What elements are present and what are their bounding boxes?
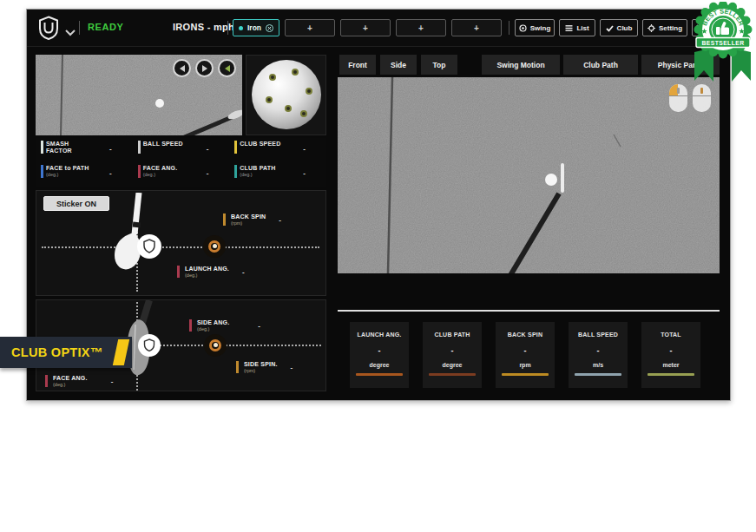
separator: [227, 21, 228, 35]
play-triangle-icon: [202, 65, 207, 72]
metric-label: CLUB SPEED: [240, 141, 280, 148]
metric-value: -: [303, 169, 306, 177]
metric-unit: (deg.): [240, 172, 275, 177]
card-underline: [356, 373, 403, 376]
metric-unit: (deg.): [185, 273, 229, 278]
swing-record-icon: [519, 24, 527, 32]
view-tab-top[interactable]: Top: [421, 55, 457, 75]
top-bar: READY IRONS - mph - yard Iron + + + +: [27, 10, 730, 47]
separator: [509, 21, 509, 35]
prev-triangle-icon: [180, 65, 185, 72]
main-camera-view: [338, 77, 720, 273]
metric-color-tick: [234, 141, 237, 154]
close-tab-icon[interactable]: [266, 24, 273, 32]
metric-value: -: [109, 169, 112, 177]
mode-tab-label: Club Path: [583, 61, 618, 69]
metric-color-tick: [41, 165, 43, 178]
card-unit: rpm: [519, 362, 530, 368]
metric-label: FACE ANG.: [143, 165, 178, 172]
add-club-tab-button[interactable]: +: [396, 19, 446, 36]
badge-banner-text: BESTSELLER: [702, 40, 745, 46]
metric-unit: (rpm): [231, 220, 266, 226]
prev-frame-button[interactable]: [173, 59, 191, 77]
plus-icon: +: [363, 23, 368, 33]
metric-value: -: [207, 169, 209, 177]
setting-button[interactable]: Setting: [642, 19, 687, 36]
list-button[interactable]: List: [559, 19, 595, 36]
metric-unit: (deg.): [197, 326, 229, 332]
view-tab-front[interactable]: Front: [339, 55, 376, 75]
metric-label: FACE to PATH: [46, 165, 89, 172]
club-side-view-panel: Sticker ON BACK SPIN(rpm) - LAUNCH ANG.(…: [36, 190, 326, 296]
card-underline: [502, 373, 549, 376]
metric-value: -: [242, 268, 245, 278]
metric-value: -: [207, 145, 209, 153]
result-card-total: TOTAL - meter: [641, 322, 700, 388]
metric-label: BACK SPIN: [231, 213, 266, 220]
mode-tab-swing-motion[interactable]: Swing Motion: [482, 55, 560, 75]
card-unit: degree: [443, 362, 463, 368]
mouse-left-click-icon: [669, 84, 687, 112]
metric-club-path: CLUB PATH(deg.) -: [229, 162, 326, 187]
metric-value: -: [111, 378, 114, 387]
card-value: -: [670, 346, 673, 355]
play-button[interactable]: [195, 59, 214, 77]
result-card-back-spin: BACK SPIN - rpm: [496, 322, 555, 388]
chevron-down-icon[interactable]: [65, 24, 76, 40]
metric-label: FACTOR: [46, 148, 72, 154]
metric-value: -: [303, 145, 306, 153]
card-label: BALL SPEED: [578, 332, 618, 338]
screenshot-stage: READY IRONS - mph - yard Iron + + + +: [0, 0, 756, 532]
swing-button[interactable]: Swing: [515, 19, 555, 36]
metric-color-tick: [236, 361, 239, 373]
metric-label: LAUNCH ANG.: [185, 266, 229, 273]
metric-value: -: [109, 145, 112, 153]
metric-color-tick: [234, 165, 237, 178]
metric-label: FACE ANG.: [53, 375, 88, 382]
card-underline: [429, 373, 476, 376]
uneekor-shield-logo-icon: [37, 16, 60, 43]
separator: [79, 21, 80, 35]
card-label: LAUNCH ANG.: [358, 332, 402, 338]
metric-color-tick: [41, 141, 43, 154]
setting-gear-icon: [648, 24, 655, 32]
golf-ball-image: [252, 60, 321, 129]
add-club-tab-button[interactable]: +: [285, 19, 335, 36]
metric-color-tick: [45, 375, 48, 387]
card-unit: degree: [370, 362, 390, 368]
club-side-silhouette: [99, 193, 179, 295]
club-button[interactable]: Club: [600, 19, 638, 36]
metric-label: CLUB PATH: [240, 165, 275, 172]
metric-side-spin: SIDE SPIN.(rpm) -: [236, 361, 293, 373]
card-value: -: [597, 346, 600, 355]
metric-color-tick: [138, 165, 141, 178]
card-label: BACK SPIN: [508, 332, 542, 338]
metric-launch-angle: LAUNCH ANG.(deg.) -: [177, 266, 245, 278]
view-tab-side[interactable]: Side: [380, 55, 417, 75]
metric-face-to-path: FACE to PATH(deg.) -: [36, 162, 133, 187]
replay-button[interactable]: [218, 59, 236, 77]
result-cards-row: LAUNCH ANG. - degree CLUB PATH - degree …: [350, 322, 702, 390]
list-button-label: List: [576, 24, 588, 32]
mode-tab-club-path[interactable]: Club Path: [563, 55, 638, 75]
metric-back-spin: BACK SPIN(rpm) -: [223, 213, 281, 226]
view-tab-label: Top: [433, 61, 446, 69]
metric-value: -: [291, 364, 293, 373]
setting-button-label: Setting: [659, 24, 682, 32]
card-underline: [575, 373, 621, 376]
club-optix-banner: CLUB OPTIX™: [0, 337, 132, 368]
metric-value: -: [258, 322, 260, 332]
result-card-club-path: CLUB PATH - degree: [423, 322, 482, 388]
card-value: -: [524, 346, 527, 355]
results-divider-line: [338, 310, 720, 312]
card-value: -: [451, 346, 454, 355]
add-club-tab-button[interactable]: +: [451, 19, 502, 36]
metric-label: SIDE SPIN.: [244, 361, 278, 368]
result-card-launch-angle: LAUNCH ANG. - degree: [350, 322, 409, 388]
metric-club-speed: CLUB SPEED -: [229, 138, 326, 162]
add-club-tab-button[interactable]: +: [340, 19, 391, 36]
club-tab-iron[interactable]: Iron: [233, 19, 279, 36]
metric-unit: (deg.): [143, 172, 178, 177]
status-ready-label: READY: [88, 22, 124, 32]
yellow-stripe-icon: [113, 339, 129, 365]
